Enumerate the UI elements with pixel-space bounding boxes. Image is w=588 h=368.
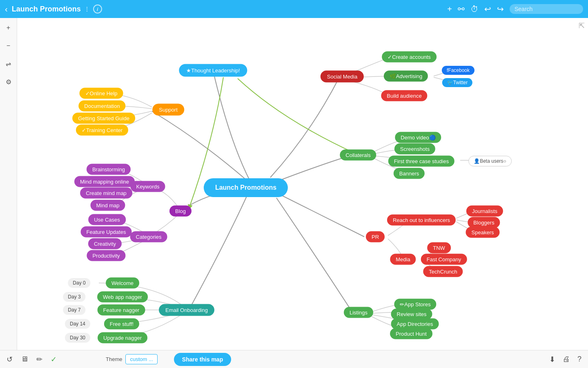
title-menu[interactable]: ⋮	[84, 6, 90, 12]
undo-button[interactable]: ↩	[484, 4, 491, 14]
facebook-node[interactable]: f Facebook	[442, 66, 474, 75]
shuffle-button[interactable]: ⇌	[3, 58, 14, 70]
zoom-out-button[interactable]: −	[3, 40, 14, 52]
product-hunt-node[interactable]: Product Hunt	[390, 328, 432, 339]
create-accounts-node[interactable]: ✓ Create accounts	[382, 52, 437, 63]
collapse-icon[interactable]: ⇱	[579, 21, 585, 30]
app-stores-node[interactable]: ✏ App Stores	[394, 299, 436, 310]
pencil-icon[interactable]: ✏	[36, 355, 42, 364]
keywords-node[interactable]: Keywords	[130, 181, 165, 192]
productivity-node[interactable]: Productivity	[87, 250, 125, 261]
search-input[interactable]	[510, 4, 583, 14]
bloggers-node[interactable]: Bloggers	[468, 217, 500, 228]
help-icon[interactable]: ?	[577, 355, 581, 364]
demo-video-node[interactable]: Demo video 🔵	[395, 132, 441, 143]
free-stuff-node[interactable]: Free stuff!	[104, 319, 139, 330]
tnw-node[interactable]: TNW	[427, 242, 451, 254]
day30-node: Day 30	[65, 333, 90, 343]
speakers-node[interactable]: Speakers	[466, 227, 500, 238]
welcome-node[interactable]: Welcome	[106, 278, 139, 289]
email-onboarding-node[interactable]: Email Onboarding	[159, 304, 214, 316]
zoom-in-button[interactable]: +	[3, 22, 14, 34]
day14-node: Day 14	[65, 319, 90, 329]
history-icon[interactable]: ↺	[7, 355, 13, 364]
creativity-node[interactable]: Creativity	[88, 238, 122, 249]
day3-node: Day 3	[63, 292, 85, 302]
feature-nagger-node[interactable]: Feature nagger	[98, 305, 145, 316]
support-node[interactable]: Support	[152, 104, 184, 116]
theme-label: Theme	[106, 356, 122, 362]
create-mind-map-node[interactable]: Create mind map	[80, 188, 132, 199]
twitter-node[interactable]: 🐦 Twitter	[442, 78, 472, 87]
getting-started-node[interactable]: Getting Started Guide	[72, 113, 135, 124]
banners-node[interactable]: Banners	[394, 168, 425, 179]
app-directories-node[interactable]: App Directories	[391, 319, 439, 330]
collaterals-node[interactable]: Collaterals	[340, 150, 376, 161]
web-app-nagger-node[interactable]: Web app nagger	[97, 292, 148, 303]
use-cases-node[interactable]: Use Cases	[88, 214, 126, 225]
back-button[interactable]: ‹	[5, 4, 8, 14]
header-actions: + ⚯ ⏱ ↩ ↪	[447, 4, 583, 14]
pr-node[interactable]: PR	[366, 231, 385, 242]
techcrunch-node[interactable]: TechCrunch	[423, 266, 463, 277]
reach-out-node[interactable]: Reach out to influencers	[387, 215, 456, 226]
settings-button[interactable]: ⚙	[3, 76, 14, 88]
build-audience-node[interactable]: Build audience	[381, 90, 427, 101]
listings-node[interactable]: Listings	[344, 307, 373, 318]
monitor-icon[interactable]: 🖥	[21, 355, 28, 364]
check-icon[interactable]: ✓	[51, 355, 57, 364]
bottom-toolbar: ↺ 🖥 ✏ ✓ Theme custom ... Share this map …	[0, 350, 588, 368]
screenshots-node[interactable]: Screenshots	[394, 144, 435, 155]
advertising-node[interactable]: 🌿 Advertising	[384, 71, 428, 82]
journalists-node[interactable]: Journalists	[466, 206, 503, 217]
link-button[interactable]: ⚯	[458, 4, 465, 14]
review-sites-node[interactable]: Review sites	[391, 309, 432, 320]
info-button[interactable]: i	[93, 4, 102, 13]
thought-leadership-node[interactable]: ★ Thought Leadership!	[179, 64, 247, 77]
upgrade-nagger-node[interactable]: Upgrade nagger	[98, 332, 147, 343]
mind-map-canvas[interactable]: Launch Promotions ★ Thought Leadership! …	[17, 18, 588, 350]
blog-node[interactable]: Blog	[169, 206, 192, 217]
center-node[interactable]: Launch Promotions	[204, 178, 288, 197]
feature-updates-node[interactable]: Feature Updates	[81, 227, 132, 238]
training-center-node[interactable]: ✓ Training Center	[76, 125, 128, 136]
documentation-node[interactable]: Documentation	[78, 101, 125, 112]
theme-section: Theme custom ...	[106, 354, 158, 364]
media-node[interactable]: Media	[390, 254, 416, 265]
print-icon[interactable]: 🖨	[563, 355, 570, 364]
redo-button[interactable]: ↪	[497, 4, 504, 14]
first-case-studies-node[interactable]: First three case studies	[388, 156, 454, 167]
timer-button[interactable]: ⏱	[470, 4, 479, 14]
brainstorming-node[interactable]: Brainstorming	[87, 164, 131, 175]
online-help-node[interactable]: ✓ Online Help	[80, 88, 123, 99]
social-media-node[interactable]: Social Media	[321, 71, 364, 83]
fast-company-node[interactable]: Fast Company	[421, 254, 467, 265]
page-title: Launch Promotions	[12, 5, 81, 13]
left-toolbar: + − ⇌ ⚙	[0, 18, 17, 350]
day7-node: Day 7	[63, 305, 85, 315]
bottom-right-actions: ⬇ 🖨 ?	[549, 355, 581, 364]
share-button[interactable]: Share this map	[174, 353, 231, 366]
theme-button[interactable]: custom ...	[125, 354, 157, 364]
mind-mapping-node[interactable]: Mind mapping online	[74, 176, 135, 187]
download-icon[interactable]: ⬇	[549, 355, 555, 364]
add-button[interactable]: +	[447, 4, 452, 14]
categories-node[interactable]: Categories	[130, 231, 167, 242]
mind-map-node[interactable]: Mind map	[90, 200, 125, 211]
header: ‹ Launch Promotions ⋮ i + ⚯ ⏱ ↩ ↪	[0, 0, 588, 18]
day0-node: Day 0	[68, 278, 90, 288]
beta-users-node[interactable]: 👤 Beta users ○	[468, 156, 512, 166]
